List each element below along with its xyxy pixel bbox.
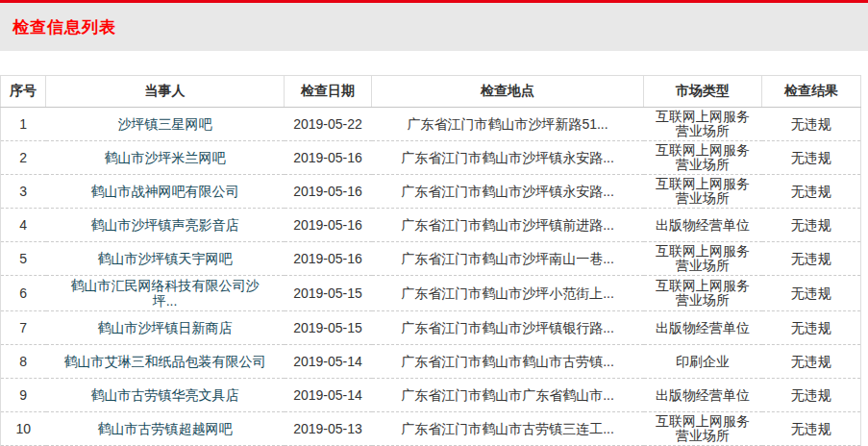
table-row: 3 鹤山市战神网吧有限公司 2019-05-16 广东省江门市鹤山市沙坪镇永安路… xyxy=(1,175,861,209)
table-body: 1 沙坪镇三星网吧 2019-05-22 广东省江门市鹤山市沙坪新路51... … xyxy=(1,108,861,446)
cell-party-name[interactable]: 沙坪镇三星网吧 xyxy=(46,108,285,141)
cell-result: 无违规 xyxy=(762,175,861,209)
cell-inspection-date: 2019-05-13 xyxy=(285,412,372,446)
cell-party-name[interactable]: 鹤山市战神网吧有限公司 xyxy=(46,175,285,209)
cell-location: 广东省江门市鹤山市鹤山市古劳镇... xyxy=(372,345,644,379)
table-row: 7 鹤山市沙坪镇日新商店 2019-05-15 广东省江门市鹤山市沙坪镇银行路.… xyxy=(1,311,861,345)
cell-market-type: 出版物经营单位 xyxy=(644,209,762,242)
column-header-type: 市场类型 xyxy=(644,76,762,108)
cell-party-name[interactable]: 鹤山市汇民网络科技有限公司沙坪... xyxy=(46,276,285,311)
table-row: 9 鹤山市古劳镇华亮文具店 2019-05-14 广东省江门市鹤山市广东省鹤山市… xyxy=(1,379,861,412)
cell-serial-number: 1 xyxy=(1,108,46,141)
cell-party-name[interactable]: 鹤山市沙坪镇天宇网吧 xyxy=(46,242,285,276)
cell-market-type: 互联网上网服务营业场所 xyxy=(644,141,762,175)
cell-market-type: 互联网上网服务营业场所 xyxy=(644,108,762,141)
column-header-result: 检查结果 xyxy=(762,76,861,108)
cell-result: 无违规 xyxy=(762,209,861,242)
cell-party-name[interactable]: 鹤山市艾琳三和纸品包装有限公司 xyxy=(46,345,285,379)
cell-serial-number: 9 xyxy=(1,379,46,412)
cell-party-name[interactable]: 鹤山市沙坪米兰网吧 xyxy=(46,141,285,175)
table-row: 1 沙坪镇三星网吧 2019-05-22 广东省江门市鹤山市沙坪新路51... … xyxy=(1,108,861,141)
cell-serial-number: 8 xyxy=(1,345,46,379)
cell-location: 广东省江门市鹤山市沙坪小范街上... xyxy=(372,276,644,311)
cell-inspection-date: 2019-05-15 xyxy=(285,276,372,311)
cell-serial-number: 3 xyxy=(1,175,46,209)
cell-location: 广东省江门市鹤山市沙坪新路51... xyxy=(372,108,644,141)
title-band: 检查信息列表 xyxy=(0,3,868,51)
column-header-no: 序号 xyxy=(1,76,46,108)
cell-market-type: 出版物经营单位 xyxy=(644,379,762,412)
cell-inspection-date: 2019-05-16 xyxy=(285,141,372,175)
cell-result: 无违规 xyxy=(762,108,861,141)
cell-market-type: 互联网上网服务营业场所 xyxy=(644,412,762,446)
cell-serial-number: 4 xyxy=(1,209,46,242)
cell-result: 无违规 xyxy=(762,242,861,276)
cell-result: 无违规 xyxy=(762,141,861,175)
cell-location: 广东省江门市鹤山市沙坪南山一巷... xyxy=(372,242,644,276)
inspection-table: 序号 当事人 检查日期 检查地点 市场类型 检查结果 1 沙坪镇三星网吧 201… xyxy=(0,75,861,446)
table-header-row: 序号 当事人 检查日期 检查地点 市场类型 检查结果 xyxy=(1,76,861,108)
cell-location: 广东省江门市鹤山市沙坪镇前进路... xyxy=(372,209,644,242)
cell-market-type: 互联网上网服务营业场所 xyxy=(644,242,762,276)
table-row: 4 鹤山市沙坪镇声亮影音店 2019-05-16 广东省江门市鹤山市沙坪镇前进路… xyxy=(1,209,861,242)
column-header-location: 检查地点 xyxy=(372,76,644,108)
table-row: 10 鹤山市古劳镇超越网吧 2019-05-13 广东省江门市鹤山市古劳镇三连工… xyxy=(1,412,861,446)
cell-inspection-date: 2019-05-22 xyxy=(285,108,372,141)
cell-party-name[interactable]: 鹤山市沙坪镇声亮影音店 xyxy=(46,209,285,242)
cell-location: 广东省江门市鹤山市广东省鹤山市... xyxy=(372,379,644,412)
cell-market-type: 互联网上网服务营业场所 xyxy=(644,276,762,311)
cell-market-type: 印刷企业 xyxy=(644,345,762,379)
cell-market-type: 互联网上网服务营业场所 xyxy=(644,175,762,209)
cell-serial-number: 5 xyxy=(1,242,46,276)
cell-serial-number: 10 xyxy=(1,412,46,446)
cell-result: 无违规 xyxy=(762,379,861,412)
table-row: 5 鹤山市沙坪镇天宇网吧 2019-05-16 广东省江门市鹤山市沙坪南山一巷.… xyxy=(1,242,861,276)
cell-inspection-date: 2019-05-15 xyxy=(285,311,372,345)
cell-serial-number: 6 xyxy=(1,276,46,311)
cell-party-name[interactable]: 鹤山市古劳镇超越网吧 xyxy=(46,412,285,446)
cell-location: 广东省江门市鹤山市沙坪镇永安路... xyxy=(372,175,644,209)
cell-result: 无违规 xyxy=(762,276,861,311)
cell-location: 广东省江门市鹤山市古劳镇三连工... xyxy=(372,412,644,446)
table-row: 8 鹤山市艾琳三和纸品包装有限公司 2019-05-14 广东省江门市鹤山市鹤山… xyxy=(1,345,861,379)
cell-inspection-date: 2019-05-14 xyxy=(285,345,372,379)
cell-serial-number: 2 xyxy=(1,141,46,175)
cell-inspection-date: 2019-05-14 xyxy=(285,379,372,412)
column-header-date: 检查日期 xyxy=(285,76,372,108)
column-header-party: 当事人 xyxy=(46,76,285,108)
cell-inspection-date: 2019-05-16 xyxy=(285,209,372,242)
cell-result: 无违规 xyxy=(762,412,861,446)
cell-market-type: 出版物经营单位 xyxy=(644,311,762,345)
cell-inspection-date: 2019-05-16 xyxy=(285,242,372,276)
cell-location: 广东省江门市鹤山市沙坪镇永安路... xyxy=(372,141,644,175)
table-row: 6 鹤山市汇民网络科技有限公司沙坪... 2019-05-15 广东省江门市鹤山… xyxy=(1,276,861,311)
inspection-table-container: 序号 当事人 检查日期 检查地点 市场类型 检查结果 1 沙坪镇三星网吧 201… xyxy=(0,75,868,446)
cell-party-name[interactable]: 鹤山市古劳镇华亮文具店 xyxy=(46,379,285,412)
cell-result: 无违规 xyxy=(762,311,861,345)
cell-result: 无违规 xyxy=(762,345,861,379)
table-row: 2 鹤山市沙坪米兰网吧 2019-05-16 广东省江门市鹤山市沙坪镇永安路..… xyxy=(1,141,861,175)
cell-serial-number: 7 xyxy=(1,311,46,345)
cell-inspection-date: 2019-05-16 xyxy=(285,175,372,209)
cell-location: 广东省江门市鹤山市沙坪镇银行路... xyxy=(372,311,644,345)
cell-party-name[interactable]: 鹤山市沙坪镇日新商店 xyxy=(46,311,285,345)
page-title: 检查信息列表 xyxy=(12,16,116,38)
